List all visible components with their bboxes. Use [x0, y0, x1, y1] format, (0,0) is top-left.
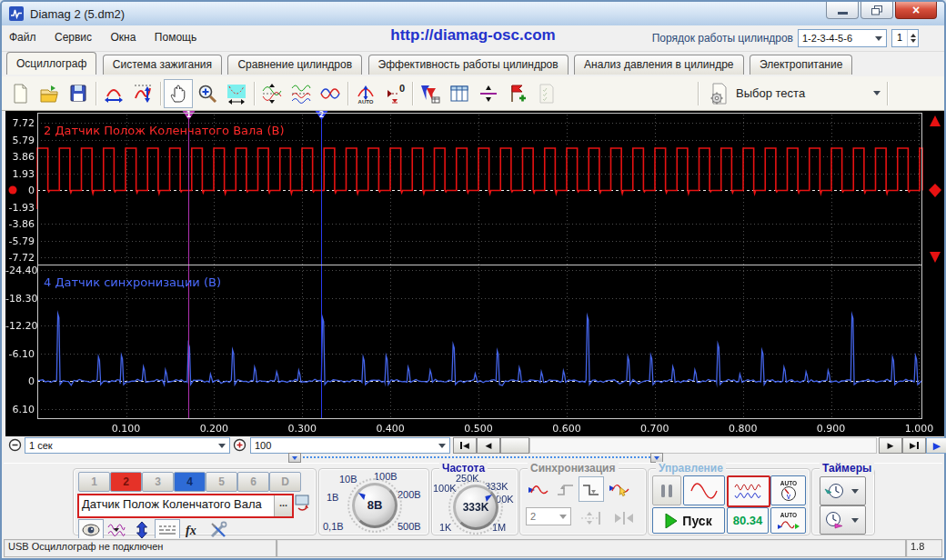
trigger-edge-button[interactable] — [526, 476, 551, 502]
menu-help[interactable]: Помощь — [147, 25, 204, 44]
channel-1-button[interactable]: 1 — [78, 472, 110, 492]
manual-trigger-icon — [609, 479, 632, 499]
play-forward-button[interactable]: ▶ — [926, 437, 946, 454]
step-forward-button[interactable]: ▶ — [879, 437, 902, 454]
zoom-percent-select[interactable]: 100 — [250, 437, 450, 454]
open-file-button[interactable] — [35, 79, 64, 108]
channel-4-button[interactable]: 4 — [174, 472, 206, 492]
voltage-knob[interactable]: 8В — [352, 483, 398, 528]
stretch-horizontal-button[interactable] — [99, 79, 128, 108]
overlay-channels-button[interactable] — [316, 79, 345, 108]
minimize-button[interactable] — [826, 2, 859, 19]
status-bar: USB Осциллограф не подключен 1.8 — [4, 538, 942, 556]
trigger-edge-icon — [528, 480, 549, 498]
tab-power-supply[interactable]: Электропитание — [750, 55, 852, 75]
invert-button[interactable] — [129, 519, 155, 540]
step-back-button[interactable]: ◀ — [477, 437, 500, 454]
tab-cylinder-efficiency[interactable]: Эффективность работы цилиндров — [368, 55, 569, 75]
svg-text:fx: fx — [186, 524, 196, 537]
close-button[interactable]: × — [895, 2, 937, 19]
firing-order-select[interactable]: 1-2-3-4-5-6 — [798, 29, 887, 47]
menu-service[interactable]: Сервис — [47, 25, 99, 44]
sync-channel-select[interactable]: 2 — [526, 507, 571, 525]
tab-ignition[interactable]: Система зажигания — [103, 55, 222, 75]
x-tick: 0.900 — [811, 423, 851, 435]
single-capture-button[interactable] — [683, 475, 725, 505]
channel-5-button[interactable]: 5 — [206, 472, 237, 492]
auto-sync-button[interactable]: AUTO — [770, 507, 806, 534]
signal-name-field[interactable]: Датчик Полож Коленчатого Вала — [79, 495, 274, 516]
chevron-down-icon — [218, 444, 226, 448]
save-file-button[interactable] — [64, 79, 93, 108]
pause-button[interactable] — [652, 475, 681, 505]
oscilloscope-canvas[interactable] — [5, 111, 944, 436]
channel-settings-button[interactable] — [206, 519, 231, 540]
new-file-button[interactable] — [5, 79, 35, 108]
level-lines-button[interactable] — [579, 505, 604, 531]
auto-voltage-icon: AUTOV — [777, 479, 800, 503]
zoom-out-icon[interactable] — [8, 438, 22, 452]
svg-text:AUTO: AUTO — [780, 480, 796, 486]
start-button[interactable]: Пуск — [652, 507, 725, 534]
falling-edge-icon — [581, 480, 601, 498]
fit-vertical-button[interactable] — [257, 79, 287, 108]
go-last-button[interactable]: ▶ — [902, 437, 926, 454]
channel-3-button[interactable]: 3 — [142, 472, 174, 492]
formula-button[interactable]: fx — [180, 519, 206, 540]
rising-edge-button[interactable] — [553, 476, 579, 502]
titlebar[interactable]: Diamag 2 (5.dm2) × — [2, 2, 944, 25]
channel-4-label: 4 Датчик синхронизации (В) — [44, 275, 221, 289]
maximize-button[interactable] — [860, 2, 893, 19]
channel-d-button[interactable]: D — [269, 472, 301, 492]
channel-2-button[interactable]: 2 — [110, 472, 142, 492]
test-select-button[interactable]: Выбор теста — [704, 81, 890, 105]
signal-browse-button[interactable]: ... — [274, 495, 292, 516]
frequency-knob-group: Частота 1K 100K 250K 333K 500K 1M 333K — [431, 468, 518, 535]
zoom-in-icon-small[interactable] — [233, 438, 247, 452]
visibility-button[interactable] — [78, 519, 104, 540]
spinner-arrows-icon[interactable] — [907, 30, 918, 46]
channel-6-button[interactable]: 6 — [237, 472, 269, 492]
zoom-in-button[interactable] — [193, 79, 222, 108]
falling-edge-button[interactable] — [579, 476, 604, 502]
fit-horizontal-button[interactable] — [222, 79, 251, 108]
x-tick: 0.700 — [635, 423, 675, 435]
zero-level-button[interactable]: 0 — [380, 79, 409, 108]
collapse-button[interactable] — [611, 505, 637, 531]
go-first-button[interactable]: ◀ — [453, 437, 477, 454]
arrow-right-icon: ▶ — [888, 441, 894, 450]
y-tick-blue: 0 — [5, 375, 35, 387]
menu-file[interactable]: Файл — [2, 25, 44, 44]
tab-pressure-analysis[interactable]: Анализ давления в цилиндре — [574, 55, 743, 75]
x-tick: 1.000 — [899, 423, 939, 435]
tab-cylinder-compare[interactable]: Сравнение цилиндров — [227, 55, 362, 75]
manual-trigger-button[interactable] — [608, 476, 633, 502]
continuous-capture-button[interactable] — [727, 475, 770, 507]
all-channels-button[interactable] — [287, 79, 316, 108]
scrollbar-thumb[interactable] — [500, 437, 529, 454]
line-style-button[interactable] — [155, 519, 180, 540]
split-channels-button[interactable] — [474, 79, 503, 108]
frequency-knob[interactable]: 333K — [453, 485, 498, 530]
table-button[interactable] — [445, 79, 474, 108]
save-icon — [67, 83, 89, 105]
cylinder-counter-spinner[interactable]: 1 — [891, 29, 919, 47]
markers-button[interactable] — [416, 79, 445, 108]
add-flag-button[interactable] — [503, 79, 532, 108]
scrollbar-track[interactable] — [529, 437, 877, 454]
swap-display-icon[interactable] — [295, 495, 310, 512]
filter-button[interactable] — [104, 519, 129, 540]
website-link[interactable]: http://diamag-osc.com — [390, 26, 555, 45]
autoscale-button[interactable]: AUTO — [351, 79, 380, 108]
report-button[interactable] — [532, 79, 561, 108]
menu-windows[interactable]: Окна — [104, 25, 144, 44]
range-handle-left[interactable] — [288, 453, 301, 463]
pan-hand-button[interactable] — [164, 79, 193, 108]
timer-interval-button[interactable] — [820, 505, 866, 535]
stretch-vertical-button[interactable] — [128, 79, 157, 108]
time-scale-select[interactable]: 1 сек — [25, 437, 230, 454]
auto-voltage-button[interactable]: AUTOV — [770, 475, 806, 505]
y-tick-blue: 6.10 — [5, 404, 35, 415]
timer-start-button[interactable] — [820, 476, 866, 505]
tab-oscilloscope[interactable]: Осциллограф — [6, 52, 96, 75]
